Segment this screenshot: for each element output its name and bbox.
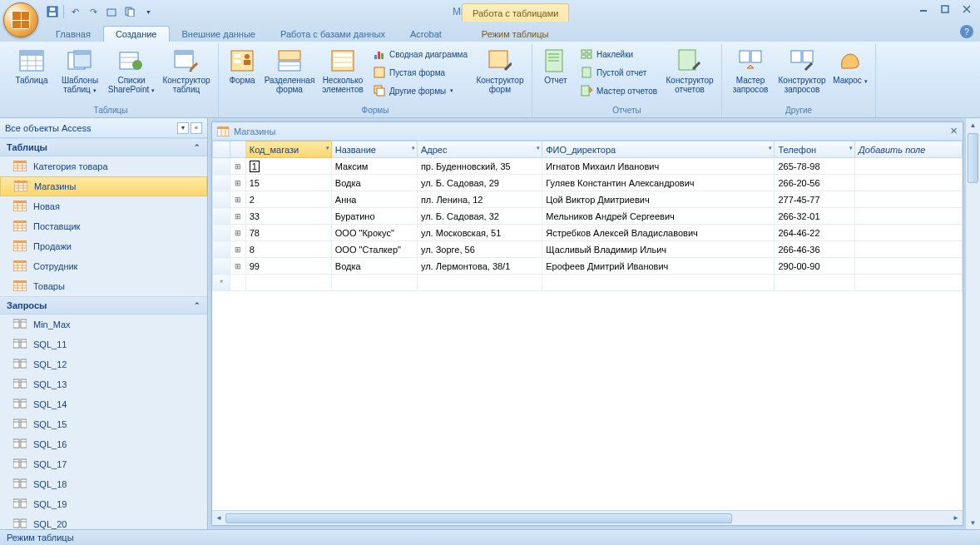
grid-cell[interactable]: 277-45-77	[775, 191, 855, 208]
nav-item-table[interactable]: Товары	[0, 276, 207, 296]
document-close-icon[interactable]: ✕	[948, 125, 959, 136]
grid-cell[interactable]	[855, 208, 963, 225]
grid-cell[interactable]: Водка	[331, 175, 417, 191]
grid-cell[interactable]: 33	[245, 208, 331, 225]
expand-icon[interactable]: ⊞	[230, 191, 245, 208]
nav-header[interactable]: Все объекты Access ▾ «	[0, 118, 207, 138]
other-forms-button[interactable]: Другие формы ▾	[369, 82, 472, 100]
help-icon[interactable]: ?	[960, 25, 973, 38]
redo-icon[interactable]: ↷	[86, 4, 101, 19]
save-icon[interactable]	[45, 4, 60, 19]
document-titlebar[interactable]: Магазины ✕	[212, 122, 963, 141]
qat-btn-5[interactable]	[122, 4, 137, 19]
qat-btn-4[interactable]	[104, 4, 119, 19]
scroll-thumb-v[interactable]	[968, 133, 978, 183]
nav-item-table[interactable]: Сотрудник	[0, 256, 207, 276]
nav-item-query[interactable]: SQL_18	[0, 474, 207, 494]
table-row[interactable]: ⊞ 1 Максим пр. Буденновский, 35 Игнатов …	[213, 158, 963, 175]
report-button[interactable]: Отчет	[537, 45, 574, 104]
row-selector[interactable]	[213, 275, 230, 291]
nav-item-query[interactable]: SQL_15	[0, 414, 207, 434]
column-dropdown-icon[interactable]: ▾	[769, 145, 772, 151]
row-selector[interactable]	[213, 158, 230, 175]
nav-item-table[interactable]: Продажи	[0, 236, 207, 256]
grid-cell[interactable]: ООО "Крокус"	[331, 225, 417, 241]
scroll-down-icon[interactable]: ▼	[966, 516, 980, 529]
grid-cell[interactable]	[855, 191, 963, 208]
form-button[interactable]: Форма	[224, 45, 260, 104]
nav-item-query[interactable]: SQL_13	[0, 374, 207, 394]
grid-cell[interactable]: 2	[245, 191, 331, 208]
nav-item-table[interactable]: Магазины	[0, 176, 207, 196]
grid-cell[interactable]: Водка	[331, 258, 417, 275]
grid-cell[interactable]: Мельников Андрей Сергеевич	[542, 208, 775, 225]
expand-icon[interactable]: ⊞	[230, 208, 245, 225]
grid-cell[interactable]: ул. Б. Садовая, 32	[417, 208, 542, 225]
table-templates-button[interactable]: Шаблоны таблиц ▾	[57, 45, 103, 104]
maximize-button[interactable]	[935, 2, 955, 17]
office-button[interactable]	[3, 2, 38, 37]
column-header[interactable]: Название▾	[331, 141, 417, 158]
form-designer-button[interactable]: Конструктор форм	[473, 45, 527, 104]
sharepoint-lists-button[interactable]: Списки SharePoint ▾	[105, 45, 158, 104]
scroll-left-icon[interactable]: ◄	[212, 514, 225, 522]
column-dropdown-icon[interactable]: ▾	[537, 145, 540, 151]
nav-collapse-icon[interactable]: «	[191, 122, 202, 134]
row-selector[interactable]	[213, 191, 230, 208]
grid-cell[interactable]: пр. Буденновский, 35	[417, 158, 542, 175]
grid-cell[interactable]: 266-46-36	[775, 241, 855, 258]
table-button[interactable]: Таблица	[8, 45, 55, 104]
grid-cell[interactable]: 78	[245, 225, 331, 241]
row-selector[interactable]	[213, 208, 230, 225]
scroll-right-icon[interactable]: ►	[949, 514, 963, 522]
grid-cell[interactable]: 1	[245, 158, 331, 175]
grid-cell[interactable]: 264-46-22	[775, 225, 855, 241]
expand-icon[interactable]: ⊞	[230, 175, 245, 191]
tab-acrobat[interactable]: Acrobat	[398, 26, 454, 42]
grid-cell[interactable]: пл. Ленина, 12	[417, 191, 542, 208]
grid-cell[interactable]: ул. Зорге, 56	[417, 241, 542, 258]
undo-icon[interactable]: ↶	[67, 4, 82, 19]
labels-button[interactable]: Наклейки	[576, 45, 661, 63]
minimize-button[interactable]	[913, 2, 933, 17]
nav-item-query[interactable]: SQL_11	[0, 334, 207, 354]
grid-cell[interactable]: 266-20-56	[775, 175, 855, 191]
tab-home[interactable]: Главная	[43, 26, 103, 42]
grid-cell[interactable]: 8	[245, 241, 331, 258]
row-selector[interactable]	[213, 175, 230, 191]
grid-cell[interactable]: ул. Б. Садовая, 29	[417, 175, 542, 191]
nav-item-table[interactable]: Новая	[0, 196, 207, 216]
scroll-thumb-h[interactable]	[225, 513, 732, 523]
split-form-button[interactable]: Разделенная форма	[262, 45, 317, 104]
grid-cell[interactable]: Ерофеев Дмитрий Иванович	[542, 258, 775, 275]
nav-item-table[interactable]: Поставщик	[0, 216, 207, 236]
data-grid[interactable]: Код_магази▾Название▾Адрес▾ФИО_директора▾…	[212, 141, 963, 510]
blank-form-button[interactable]: Пустая форма	[369, 63, 472, 82]
grid-cell[interactable]: ООО "Сталкер"	[331, 241, 417, 258]
grid-cell[interactable]: Максим	[331, 158, 417, 175]
nav-item-query[interactable]: SQL_19	[0, 494, 207, 514]
query-wizard-button[interactable]: Мастер запросов	[727, 45, 774, 104]
report-designer-button[interactable]: Конструктор отчетов	[663, 45, 716, 104]
report-wizard-button[interactable]: Мастер отчетов	[576, 82, 661, 100]
close-button[interactable]	[957, 2, 977, 17]
row-selector[interactable]	[213, 241, 230, 258]
grid-cell[interactable]: Цой Виктор Дмитриевич	[542, 191, 775, 208]
table-row[interactable]: ⊞ 78 ООО "Крокус" ул. Московская, 51 Яст…	[213, 225, 963, 241]
tab-external-data[interactable]: Внешние данные	[170, 26, 268, 42]
expand-icon[interactable]: ⊞	[230, 258, 245, 275]
column-header[interactable]: Код_магази▾	[245, 141, 331, 158]
grid-cell[interactable]: Ястребков Алексей Владиславович	[542, 225, 775, 241]
table-row[interactable]: ⊞ 99 Водка ул. Лермонтова, 38/1 Ерофеев …	[213, 258, 963, 275]
grid-cell[interactable]: ул. Московская, 51	[417, 225, 542, 241]
nav-item-query[interactable]: SQL_14	[0, 394, 207, 414]
expand-icon[interactable]: ⊞	[230, 158, 245, 175]
column-header[interactable]: Адрес▾	[417, 141, 542, 158]
grid-cell[interactable]: Игнатов Михаил Иванович	[542, 158, 775, 175]
nav-item-table[interactable]: Категория товара	[0, 156, 207, 176]
grid-cell[interactable]: Буратино	[331, 208, 417, 225]
scroll-up-icon[interactable]: ▲	[966, 118, 980, 131]
expand-icon[interactable]: ⊞	[230, 241, 245, 258]
qat-dropdown-icon[interactable]: ▼	[141, 4, 156, 19]
pivot-chart-button[interactable]: Сводная диаграмма	[369, 45, 472, 63]
